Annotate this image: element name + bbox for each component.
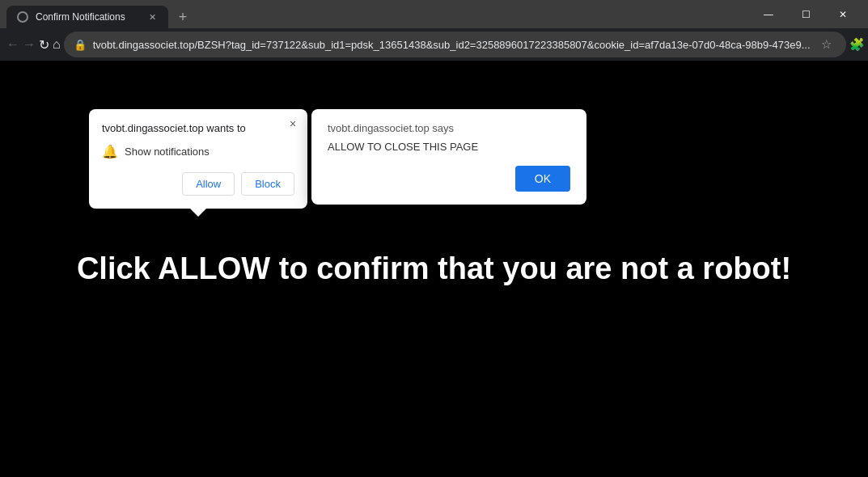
favicon-circle: [17, 11, 28, 23]
title-bar: Confirm Notifications ✕ + — ☐ ✕: [0, 0, 868, 28]
says-dialog-title: tvobt.dingassociet.top says: [328, 122, 570, 134]
new-tab-button[interactable]: +: [171, 6, 194, 28]
active-tab[interactable]: Confirm Notifications ✕: [6, 6, 168, 28]
notif-close-button[interactable]: ×: [285, 116, 301, 132]
navigation-bar: ← → ↻ ⌂ 🔒 tvobt.dingassociet.top/BZSH?ta…: [0, 28, 868, 61]
browser-frame: Confirm Notifications ✕ + — ☐ ✕ ← → ↻ ⌂ …: [0, 0, 868, 477]
tab-title: Confirm Notifications: [36, 11, 139, 23]
page-content: × tvobt.dingassociet.top wants to 🔔 Show…: [0, 61, 868, 477]
maximize-button[interactable]: ☐: [787, 0, 824, 28]
address-text: tvobt.dingassociet.top/BZSH?tag_id=73712…: [93, 39, 811, 51]
allow-button[interactable]: Allow: [182, 172, 235, 196]
notif-dialog-buttons: Allow Block: [102, 172, 294, 196]
ok-button[interactable]: OK: [515, 166, 570, 192]
address-icons: ☆: [817, 35, 836, 54]
window-controls: — ☐ ✕: [750, 0, 862, 28]
main-page-text: Click ALLOW to confirm that you are not …: [61, 235, 807, 302]
lock-icon: 🔒: [74, 39, 87, 51]
notif-dialog-title: tvobt.dingassociet.top wants to: [102, 122, 294, 134]
tab-favicon: [16, 11, 29, 23]
permission-label: Show notifications: [125, 146, 210, 158]
says-ok-container: OK: [328, 166, 570, 192]
minimize-button[interactable]: —: [750, 0, 787, 28]
forward-button[interactable]: →: [23, 32, 36, 57]
says-dialog: tvobt.dingassociet.top says ALLOW TO CLO…: [311, 109, 586, 205]
tab-close-button[interactable]: ✕: [146, 11, 159, 23]
block-button[interactable]: Block: [241, 172, 294, 196]
home-button[interactable]: ⌂: [53, 32, 61, 57]
extensions-icon[interactable]: 🧩: [849, 35, 865, 54]
close-window-button[interactable]: ✕: [824, 0, 862, 28]
back-button[interactable]: ←: [6, 32, 19, 57]
bell-icon: 🔔: [102, 144, 118, 159]
says-dialog-message: ALLOW TO CLOSE THIS PAGE: [328, 141, 570, 153]
tab-bar: Confirm Notifications ✕ +: [6, 0, 743, 28]
bookmark-icon[interactable]: ☆: [817, 35, 836, 54]
notification-permission-dialog: × tvobt.dingassociet.top wants to 🔔 Show…: [89, 109, 307, 209]
refresh-button[interactable]: ↻: [39, 32, 49, 57]
address-bar[interactable]: 🔒 tvobt.dingassociet.top/BZSH?tag_id=737…: [64, 32, 846, 57]
permission-row: 🔔 Show notifications: [102, 144, 294, 159]
